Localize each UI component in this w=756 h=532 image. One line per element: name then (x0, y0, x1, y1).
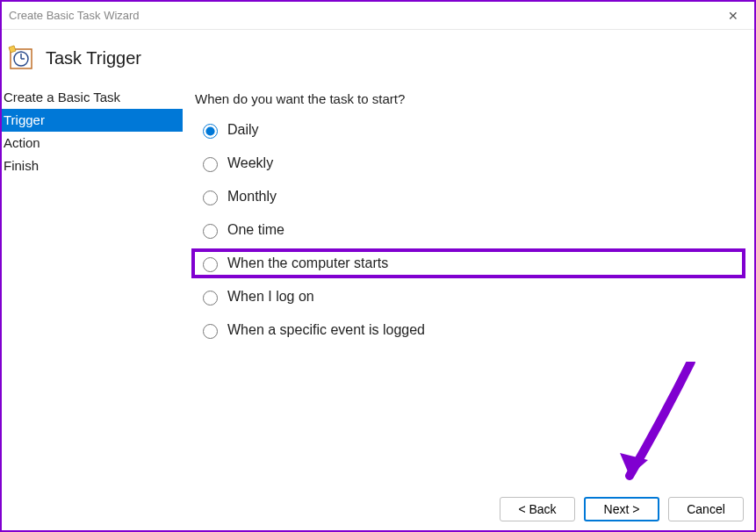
step-trigger[interactable]: Trigger (2, 109, 183, 132)
clock-icon (7, 44, 35, 72)
option-label: Monthly (227, 189, 277, 205)
option-label: When the computer starts (227, 255, 388, 271)
step-create-basic-task[interactable]: Create a Basic Task (2, 86, 183, 109)
close-button[interactable]: ✕ (712, 3, 754, 29)
option-when-log-on[interactable]: When I log on (195, 285, 742, 308)
option-one-time[interactable]: One time (195, 219, 742, 241)
radio-log-on[interactable] (203, 291, 218, 306)
radio-one-time[interactable] (203, 224, 218, 239)
radio-weekly[interactable] (203, 157, 218, 172)
option-specific-event[interactable]: When a specific event is logged (195, 319, 742, 341)
option-label: When a specific event is logged (227, 322, 425, 338)
option-monthly[interactable]: Monthly (195, 185, 742, 208)
cancel-button[interactable]: Cancel (668, 497, 744, 521)
svg-marker-4 (9, 46, 16, 53)
title-bar: Create Basic Task Wizard ✕ (2, 2, 754, 30)
option-when-computer-starts[interactable]: When the computer starts (191, 248, 745, 278)
option-label: One time (227, 222, 284, 238)
wizard-footer: < Back Next > Cancel (500, 497, 744, 521)
radio-computer-starts[interactable] (203, 257, 218, 272)
wizard-steps-sidebar: Create a Basic Task Trigger Action Finis… (2, 86, 183, 479)
option-daily[interactable]: Daily (195, 119, 742, 141)
radio-specific-event[interactable] (203, 324, 218, 339)
step-action[interactable]: Action (2, 132, 183, 155)
window-title: Create Basic Task Wizard (9, 9, 140, 22)
option-weekly[interactable]: Weekly (195, 152, 742, 175)
wizard-header: Task Trigger (2, 30, 754, 86)
trigger-question: When do you want the task to start? (195, 91, 742, 106)
radio-monthly[interactable] (203, 191, 218, 205)
option-label: Daily (227, 122, 259, 138)
step-finish[interactable]: Finish (2, 155, 183, 177)
close-icon: ✕ (728, 9, 738, 23)
trigger-options: Daily Weekly Monthly One time When the c… (195, 119, 742, 341)
next-button[interactable]: Next > (584, 497, 659, 521)
radio-daily[interactable] (203, 124, 218, 139)
option-label: Weekly (227, 155, 273, 171)
wizard-content: When do you want the task to start? Dail… (183, 86, 754, 479)
back-button[interactable]: < Back (500, 497, 575, 521)
page-title: Task Trigger (46, 48, 141, 68)
option-label: When I log on (227, 289, 314, 305)
